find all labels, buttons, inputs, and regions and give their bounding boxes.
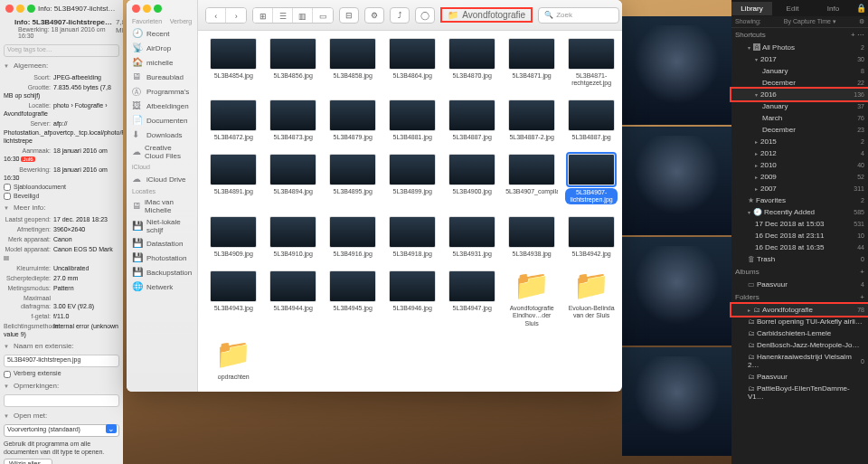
folder-row[interactable]: 🗂Carbidschieten-Lemele [731, 327, 868, 339]
file-item[interactable]: 5L3B4945.jpg [325, 270, 381, 334]
filter-icon[interactable]: ⚙ [859, 18, 864, 25]
file-item[interactable]: 5L3B4943.jpg [205, 270, 261, 334]
zoom-button[interactable] [27, 5, 35, 13]
month-row[interactable]: January8 [731, 65, 868, 77]
sidebar-item[interactable]: ⒶProgramma's [127, 84, 197, 99]
file-item[interactable]: 5L3B4907_compilatie.jpg [504, 154, 560, 212]
add-album-icon[interactable]: + [860, 268, 864, 276]
file-item[interactable]: 5L3B4918.jpg [384, 216, 440, 265]
file-item[interactable]: 📁Avondfotografie Eindhov…der Sluis [504, 270, 560, 334]
recent-date-row[interactable]: 16 Dec 2018 at 16:3544 [731, 241, 868, 253]
locked-checkbox[interactable] [4, 193, 11, 200]
finder-close[interactable] [132, 5, 140, 13]
file-item[interactable]: 5L3B4899.jpg [384, 154, 440, 212]
sidebar-item[interactable]: 📡AirDrop [127, 41, 197, 55]
folder-row[interactable]: 🗂Avondfotografie78 [731, 304, 868, 316]
file-item[interactable]: 5L3B4900.jpg [444, 154, 500, 212]
month-row[interactable]: January37 [731, 100, 868, 112]
file-item[interactable]: 5L3B4881.jpg [384, 99, 440, 148]
file-item[interactable]: 5L3B4887.jpg [444, 99, 500, 148]
tab-info[interactable]: Info [813, 2, 854, 15]
sidebar-item[interactable]: 🏠michelle [127, 55, 197, 70]
filename-input[interactable]: 5L3B4907-lichtstrepen.jpg [4, 355, 119, 367]
sidebar-item[interactable]: 🖼Afbeeldingen [127, 99, 197, 113]
album-paasvuur[interactable]: ▭Paasvuur4 [731, 279, 868, 290]
year-row[interactable]: 200952 [731, 171, 868, 183]
recently-added-row[interactable]: 🕘Recently Added585 [731, 206, 868, 218]
year-row[interactable]: 201730 [731, 53, 868, 65]
minimize-button[interactable] [16, 5, 24, 13]
disclosure-moreinfo[interactable] [4, 204, 11, 212]
folder-row[interactable]: 🗂Borrel opening TUI-Arkefly airli… [731, 316, 868, 327]
sidebar-item[interactable]: 🕘Recent [127, 26, 197, 41]
disclosure-openwith[interactable] [4, 412, 11, 420]
sidebar-item[interactable]: 🖥iMac van Michelle [127, 196, 197, 216]
folder-row[interactable]: 🗂DenBosch-Jazz-Metropole-Jo… [731, 339, 868, 351]
sidebar-item[interactable]: 🖥Bureaublad [127, 70, 197, 84]
file-item[interactable]: 5L3B4942.jpg [563, 216, 619, 265]
file-item[interactable]: 5L3B4894.jpg [265, 154, 321, 212]
recent-date-row[interactable]: 16 Dec 2018 at 23:1110 [731, 230, 868, 241]
all-photos-row[interactable]: 🅰All Photos2 [731, 42, 868, 53]
hide-favorites[interactable]: Verberg [170, 18, 193, 24]
file-item[interactable]: 5L3B4879.jpg [325, 99, 381, 148]
comments-input[interactable] [4, 394, 119, 407]
sidebar-item[interactable]: 🌐Netwerk [127, 279, 197, 294]
sidebar-item[interactable]: 📄Documenten [127, 113, 197, 128]
close-button[interactable] [5, 5, 14, 13]
file-item[interactable]: 5L3B4907-lichtstrepen.jpg [563, 154, 619, 212]
file-item[interactable]: 5L3B4910.jpg [265, 216, 321, 265]
year-row[interactable]: 20152 [731, 136, 868, 147]
month-row[interactable]: December22 [731, 77, 868, 89]
sidebar-item[interactable]: 💾Datastation [127, 236, 197, 251]
hide-ext-checkbox[interactable] [4, 371, 11, 378]
disclosure-name[interactable] [4, 342, 11, 350]
sidebar-item[interactable]: ⬇Downloads [127, 128, 197, 142]
sidebar-item[interactable]: ☁Creative Cloud Files [127, 142, 197, 162]
change-all-button[interactable]: Wijzig alles… [4, 459, 52, 464]
file-item[interactable]: 5L3B4856.jpg [265, 38, 321, 94]
template-checkbox[interactable] [4, 184, 11, 191]
openwith-dropdown[interactable]: Voorvertoning (standaard) [4, 424, 119, 437]
file-item[interactable]: 📁opdrachten [205, 339, 261, 388]
folder-row[interactable]: 🗂Paasvuur [731, 371, 868, 383]
file-item[interactable]: 5L3B4938.jpg [504, 216, 560, 265]
file-item[interactable]: 5L3B4887-2.jpg [504, 99, 560, 148]
sidebar-item[interactable]: 💾Photostation [127, 251, 197, 265]
file-item[interactable]: 5L3B4870.jpg [444, 38, 500, 94]
file-item[interactable]: 5L3B4909.jpg [205, 216, 261, 265]
add-shortcut-icon[interactable]: + ⋯ [851, 31, 864, 39]
file-item[interactable]: 📁Evoluon-Belinda van der Sluis [563, 270, 619, 334]
file-item[interactable]: 5L3B4944.jpg [265, 270, 321, 334]
file-item[interactable]: 5L3B4931.jpg [444, 216, 500, 265]
file-item[interactable]: 5L3B4864.jpg [384, 38, 440, 94]
tab-library[interactable]: Library [731, 2, 772, 15]
year-row[interactable]: 2007311 [731, 183, 868, 194]
file-item[interactable]: 5L3B4887.jpg [563, 99, 619, 148]
disclosure-comments[interactable] [4, 382, 11, 390]
sort-dropdown[interactable]: By Capture Time ▾ [784, 18, 836, 25]
trash-row[interactable]: 🗑Trash0 [731, 253, 868, 265]
folder-row[interactable]: 🗂PattieBoyd-EllenTenDamme-V1… [731, 383, 868, 402]
lock-icon[interactable]: 🔒 [854, 4, 868, 13]
sidebar-item[interactable]: 💾Niet-lokale schijf [127, 216, 197, 236]
tab-edit[interactable]: Edit [772, 2, 813, 15]
file-item[interactable]: 5L3B4946.jpg [384, 270, 440, 334]
file-item[interactable]: 5L3B4916.jpg [325, 216, 381, 265]
year-row[interactable]: 201040 [731, 159, 868, 171]
file-item[interactable]: 5L3B4871-rechtgezet.jpg [563, 38, 619, 94]
folder-row[interactable]: 🗂Hanenkraaiwedstrijd Vielsalm 2…0 [731, 351, 868, 371]
sidebar-item[interactable]: 💾Backupstation [127, 265, 197, 279]
finder-zoom[interactable] [154, 5, 162, 13]
file-item[interactable]: 5L3B4858.jpg [325, 38, 381, 94]
add-folder-icon[interactable]: + [860, 293, 864, 301]
sidebar-item[interactable]: ☁iCloud Drive [127, 172, 197, 186]
recent-date-row[interactable]: 17 Dec 2018 at 15:03531 [731, 218, 868, 230]
year-row[interactable]: 20124 [731, 147, 868, 159]
file-item[interactable]: 5L3B4891.jpg [205, 154, 261, 212]
tags-input[interactable]: Voeg tags toe… [4, 44, 119, 57]
file-item[interactable]: 5L3B4895.jpg [325, 154, 381, 212]
month-row[interactable]: March76 [731, 112, 868, 124]
file-item[interactable]: 5L3B4854.jpg [205, 38, 261, 94]
favorites-row[interactable]: ★Favorites2 [731, 194, 868, 206]
